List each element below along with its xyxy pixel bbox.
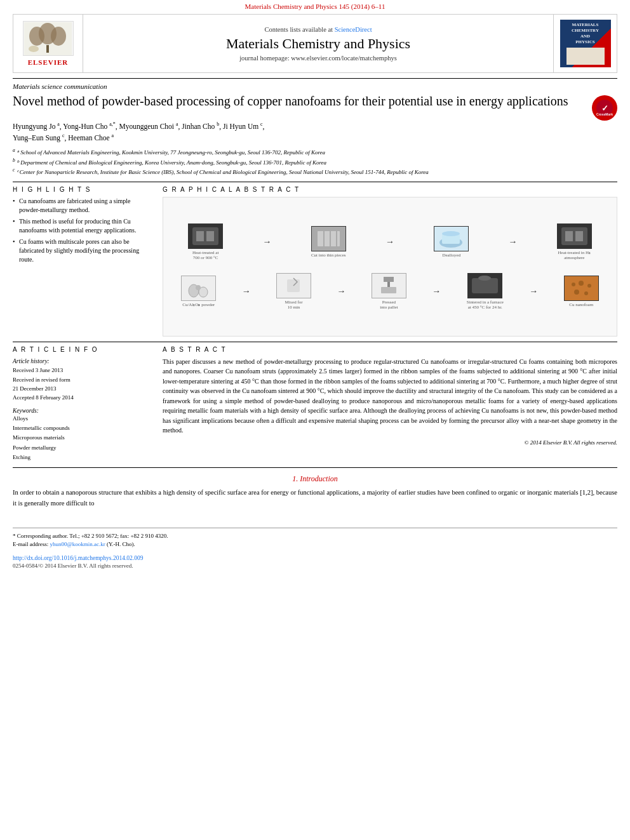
ga-row-2: Cu/Al₂O₃ powder → Mixed for10 min →	[163, 268, 617, 315]
ga-step-cut: Cut into thin pieces	[311, 226, 346, 258]
highlights-ga-row: H I G H L I G H T S Cu nanofoams are fab…	[13, 186, 617, 337]
ga-step-sinter: Sintered in a furnaceat 450 °C for 24 hr…	[467, 273, 504, 310]
svg-rect-21	[575, 231, 583, 241]
journal-title: Materials Chemistry and Physics	[226, 36, 410, 52]
copyright-line: © 2014 Elsevier B.V. All rights reserved…	[163, 439, 617, 446]
divider-1	[13, 78, 617, 79]
doi-link[interactable]: http://dx.doi.org/10.1016/j.matchemphys.…	[13, 555, 143, 561]
ga-step-powder: Cu/Al₂O₃ powder	[181, 276, 216, 307]
ga-arrow-4: →	[242, 286, 251, 297]
article-info-header: A R T I C L E I N F O	[13, 346, 152, 353]
highlight-item-3: Cu foams with multiscale pores can also …	[13, 237, 152, 264]
affiliation-c: c ᶜ Center for Nanoparticle Research, In…	[13, 167, 617, 177]
ga-label-press: Pressedinto pallet	[380, 300, 398, 310]
ga-label-cut: Cut into thin pieces	[311, 253, 346, 258]
elsevier-tree-image	[23, 21, 74, 56]
svg-point-35	[574, 290, 579, 295]
keyword-5: Etching	[13, 453, 152, 462]
ga-arrow-6: →	[432, 286, 441, 297]
affiliations: a ᵃ School of Advanced Materials Enginee…	[13, 147, 617, 177]
intro-text: In order to obtain a nanoporous structur…	[13, 488, 617, 509]
keyword-4: Powder metallurgy	[13, 443, 152, 453]
ga-step-mix: Mixed for10 min	[276, 273, 311, 310]
journal-ref: Materials Chemistry and Physics 145 (201…	[245, 3, 385, 10]
divider-2	[13, 182, 617, 182]
intro-title: 1. Introduction	[13, 474, 617, 484]
article-abstract-row: A R T I C L E I N F O Article history: R…	[13, 346, 617, 462]
svg-point-18	[442, 231, 460, 236]
affiliation-a: a ᵃ School of Advanced Materials Enginee…	[13, 147, 617, 157]
svg-point-3	[51, 27, 66, 46]
svg-rect-10	[196, 231, 204, 241]
keyword-1: Alloys	[13, 414, 152, 423]
highlights-list: Cu nanofoams are fabricated using a simp…	[13, 197, 152, 264]
ga-arrow-7: →	[529, 286, 538, 297]
elsevier-text: ELSEVIER	[28, 58, 69, 66]
svg-text:✓: ✓	[601, 103, 608, 113]
ga-label-dealloy: Dealloyed	[442, 253, 460, 258]
crossmark: ✓ CrossMark	[592, 95, 617, 121]
contents-available-text: Contents lists available at	[264, 26, 333, 33]
section-label: Materials science communication	[13, 83, 617, 90]
header-section: ELSEVIER Contents lists available at Sci…	[13, 14, 617, 73]
abstract-section: A B S T R A C T This paper discusses a n…	[163, 346, 617, 462]
svg-point-30	[478, 276, 491, 281]
ga-arrow-2: →	[385, 237, 394, 247]
abstract-header: A B S T R A C T	[163, 346, 617, 353]
ga-arrow-1: →	[262, 237, 271, 247]
email-note: (Y.-H. Cho).	[107, 541, 135, 547]
svg-rect-20	[565, 231, 573, 241]
highlight-item-2: This method is useful for producing thin…	[13, 217, 152, 235]
keywords-label: Keywords:	[13, 408, 152, 414]
svg-rect-11	[206, 231, 214, 241]
ga-label-ht2: Heat-treated in H₂atmosphere	[558, 250, 591, 260]
svg-text:CrossMark: CrossMark	[596, 112, 613, 116]
article-info-section: A R T I C L E I N F O Article history: R…	[13, 346, 152, 462]
footer-issn: 0254-0584/© 2014 Elsevier B.V. All right…	[13, 563, 617, 569]
keywords-section: Keywords: Alloys Intermetallic compounds…	[13, 408, 152, 462]
abstract-text: This paper discusses a new method of pow…	[163, 357, 617, 436]
science-direct-link[interactable]: ScienceDirect	[335, 26, 372, 33]
keyword-3: Microporous materials	[13, 433, 152, 443]
article-accepted: Accepted 8 February 2014	[13, 393, 152, 402]
svg-point-5	[29, 46, 39, 52]
science-direct-line: Contents lists available at ScienceDirec…	[264, 26, 372, 33]
affiliation-b: b ᵇ Department of Chemical and Biologica…	[13, 157, 617, 167]
paper-title: Novel method of powder-based processing …	[13, 93, 586, 109]
crossmark-badge: ✓ CrossMark	[592, 95, 617, 121]
footer-note: * Corresponding author. Tel.; +82 2 910 …	[13, 532, 617, 549]
graphical-abstract-section: G R A P H I C A L A B S T R A C T Heat-t…	[163, 186, 617, 337]
ga-step-nanofoam: Cu nanofoam	[564, 276, 599, 307]
ga-label-powder: Cu/Al₂O₃ powder	[182, 302, 215, 307]
article-history-label: Article history:	[13, 357, 152, 366]
ga-step-dealloy: Dealloyed	[434, 226, 469, 258]
svg-point-24	[196, 285, 201, 290]
ga-box-powder	[181, 276, 216, 301]
svg-rect-27	[381, 287, 396, 293]
ga-label-mix: Mixed for10 min	[285, 300, 302, 310]
ga-arrow-5: →	[337, 286, 345, 297]
ga-box-sinter	[467, 273, 502, 298]
footer-links: http://dx.doi.org/10.1016/j.matchemphys.…	[13, 553, 617, 563]
svg-point-36	[584, 291, 588, 295]
corresponding-author-note: * Corresponding author. Tel.; +82 2 910 …	[13, 533, 168, 539]
highlights-section: H I G H L I G H T S Cu nanofoams are fab…	[13, 186, 152, 337]
ga-label-ht1: Heat-treated at700 or 900 °C	[192, 250, 218, 260]
header-left: ELSEVIER	[13, 15, 83, 72]
svg-rect-26	[384, 277, 394, 282]
ga-box-mix	[276, 273, 311, 298]
journal-homepage: journal homepage: www.elsevier.com/locat…	[239, 55, 397, 62]
email-link[interactable]: yhun00@kookmin.ac.kr	[50, 541, 105, 547]
ga-box-ht2	[557, 223, 592, 249]
ga-step-ht2: Heat-treated in H₂atmosphere	[557, 223, 592, 260]
divider-3	[13, 342, 617, 342]
svg-point-33	[579, 281, 584, 286]
ga-image: Heat-treated at700 or 900 °C → Cut into …	[163, 197, 617, 337]
introduction-section: 1. Introduction In order to obtain a nan…	[13, 474, 617, 509]
svg-point-34	[587, 284, 591, 288]
keyword-2: Intermetallic compounds	[13, 423, 152, 433]
svg-point-32	[572, 283, 575, 286]
keywords-list: Alloys Intermetallic compounds Microporo…	[13, 414, 152, 462]
svg-rect-4	[46, 45, 49, 53]
top-bar: Materials Chemistry and Physics 145 (201…	[0, 0, 630, 11]
